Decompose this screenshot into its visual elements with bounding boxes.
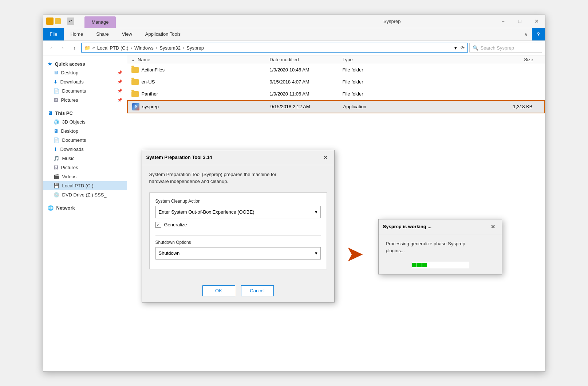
sidebar-item-3d-objects[interactable]: 🧊 3D Objects: [43, 117, 127, 126]
this-pc-icon: 🖥: [48, 110, 52, 116]
ok-button[interactable]: OK: [202, 285, 235, 296]
file-name: sysprep: [142, 104, 159, 109]
path-sep-3: ›: [156, 45, 157, 51]
search-icon: 🔍: [473, 45, 478, 51]
sidebar-item-local-ptd[interactable]: 💾 Local PTD (C:): [43, 181, 127, 190]
path-windows[interactable]: Windows: [134, 45, 154, 51]
col-header-size[interactable]: Size: [401, 57, 541, 62]
col-header-name[interactable]: ▲ Name: [131, 57, 270, 62]
col-header-type[interactable]: Type: [343, 57, 401, 62]
dvd-drive-icon: 💿: [54, 192, 59, 198]
cancel-button[interactable]: Cancel: [241, 285, 274, 296]
path-local-ptd[interactable]: Local PTD (C:): [97, 45, 129, 51]
close-button[interactable]: ✕: [528, 15, 545, 28]
folder-icon: [131, 78, 139, 86]
progress-block-1: [412, 263, 417, 267]
shutdown-dropdown-icon: ▾: [315, 250, 317, 256]
music-icon: 🎵: [54, 156, 59, 161]
sysprep-dialog: System Preparation Tool 3.14 ✕ System Pr…: [142, 150, 335, 303]
pin-icon-3: 📌: [117, 89, 122, 93]
path-system32[interactable]: System32: [159, 45, 181, 51]
sidebar-item-downloads-quick[interactable]: ⬇ Downloads 📌: [43, 77, 127, 86]
shutdown-options-label: Shutdown Options: [155, 240, 321, 245]
sidebar-item-pictures-quick[interactable]: 🖼 Pictures 📌: [43, 95, 127, 105]
sidebar-item-pictures-pc[interactable]: 🖼 Pictures: [43, 163, 127, 172]
desktop-icon: 🖥: [54, 70, 58, 75]
quick-access-label: Quick access: [55, 61, 85, 67]
working-dialog-body: Processing generalize phase Sysprepplugi…: [379, 234, 502, 274]
cleanup-action-select[interactable]: Enter System Out-of-Box Experience (OOBE…: [155, 206, 321, 218]
desktop-label: Desktop: [61, 70, 79, 75]
tab-view[interactable]: View: [115, 28, 139, 40]
refresh-icon[interactable]: ⟳: [461, 45, 465, 51]
progress-bar-container: [411, 262, 469, 268]
table-row[interactable]: ActionFiles 1/9/2020 10:46 AM File folde…: [127, 64, 545, 76]
path-dropdown-arrow[interactable]: ▾ ⟳: [454, 45, 465, 51]
forward-button[interactable]: ›: [58, 43, 68, 53]
maximize-button[interactable]: □: [512, 15, 528, 28]
sidebar-item-documents-quick[interactable]: 📄 Documents 📌: [43, 86, 127, 95]
ribbon-chevron-icon[interactable]: ∧: [520, 28, 532, 40]
sysprep-app-icon: ⚙: [132, 103, 139, 110]
file-type: File folder: [343, 79, 401, 85]
sidebar-item-desktop-pc[interactable]: 🖥 Desktop: [43, 126, 127, 136]
local-ptd-label: Local PTD (C:): [62, 183, 94, 188]
working-dialog-close-button[interactable]: ✕: [489, 222, 497, 231]
sidebar-section-quick-access[interactable]: ★ Quick access: [43, 58, 127, 68]
desktop-pc-icon: 🖥: [54, 128, 58, 134]
title-tabs: Manage: [77, 15, 290, 28]
3d-objects-label: 3D Objects: [62, 119, 86, 125]
sidebar-item-desktop-quick[interactable]: 🖥 Desktop 📌: [43, 68, 127, 77]
sidebar-item-documents-pc[interactable]: 📄 Documents: [43, 136, 127, 145]
file-type: File folder: [343, 91, 401, 97]
sidebar-section-network[interactable]: 🌐 Network: [43, 202, 127, 212]
documents-pc-label: Documents: [62, 137, 86, 143]
sort-arrow-icon: ▲: [131, 58, 135, 62]
title-bar: ↶ Manage Sysprep − □ ✕: [43, 15, 545, 28]
back-button[interactable]: ‹: [46, 43, 56, 53]
shutdown-options-select[interactable]: Shutdown ▾: [155, 247, 321, 260]
generalize-checkbox[interactable]: ✓: [155, 222, 161, 228]
sysprep-dialog-close-button[interactable]: ✕: [321, 153, 330, 162]
downloads-icon: ⬇: [54, 79, 58, 85]
pictures-pc-icon: 🖼: [54, 165, 58, 170]
col-header-date[interactable]: Date modified: [270, 57, 343, 62]
minimize-button[interactable]: −: [495, 15, 512, 28]
working-dialog-title-bar: Sysprep is working ... ✕: [379, 219, 502, 234]
cleanup-action-label: System Cleanup Action: [155, 199, 321, 204]
table-row[interactable]: en-US 9/15/2018 4:07 AM File folder: [127, 76, 545, 88]
table-row[interactable]: Panther 1/9/2020 11:06 AM File folder: [127, 88, 545, 100]
network-label: Network: [56, 205, 75, 211]
tab-home[interactable]: Home: [64, 28, 90, 40]
sidebar-item-videos[interactable]: 🎬 Videos: [43, 172, 127, 181]
sidebar-item-dvd-drive[interactable]: 💿 DVD Drive (Z:) SSS_: [43, 190, 127, 199]
sidebar-section-this-pc[interactable]: 🖥 This PC: [43, 108, 127, 117]
manage-tab[interactable]: Manage: [84, 16, 116, 28]
folder-icon: [131, 90, 139, 98]
sidebar-item-downloads-pc[interactable]: ⬇ Downloads: [43, 145, 127, 154]
pin-icon-4: 📌: [117, 98, 122, 102]
sysprep-dialog-body: System Preparation Tool (Sysprep) prepar…: [142, 165, 334, 281]
pictures-icon: 🖼: [54, 97, 58, 103]
documents-icon: 📄: [54, 88, 59, 94]
tab-application-tools[interactable]: Application Tools: [139, 28, 187, 40]
search-box[interactable]: 🔍 Search Sysprep: [469, 43, 542, 53]
path-sep-1: «: [92, 45, 95, 51]
help-button[interactable]: ?: [532, 28, 545, 40]
cleanup-action-dropdown-icon: ▾: [315, 209, 317, 215]
network-icon: 🌐: [48, 205, 54, 211]
table-row-sysprep[interactable]: ⚙ sysprep 9/15/2018 2:12 AM Application …: [127, 100, 545, 113]
up-button[interactable]: ↑: [70, 43, 80, 53]
sidebar-item-music[interactable]: 🎵 Music: [43, 154, 127, 163]
tab-file[interactable]: File: [43, 28, 64, 40]
downloads-pc-label: Downloads: [60, 147, 84, 152]
tab-share[interactable]: Share: [90, 28, 115, 40]
file-type: Application: [343, 104, 402, 109]
downloads-label: Downloads: [60, 79, 84, 85]
address-path[interactable]: 📁 « Local PTD (C:) › Windows › System32 …: [81, 43, 468, 53]
dvd-drive-label: DVD Drive (Z:) SSS_: [62, 192, 107, 198]
working-dialog-title: Sysprep is working ...: [383, 224, 432, 229]
path-sysprep[interactable]: Sysprep: [186, 45, 204, 51]
file-date: 1/9/2020 10:46 AM: [270, 67, 343, 73]
undo-icon[interactable]: ↶: [67, 17, 74, 25]
